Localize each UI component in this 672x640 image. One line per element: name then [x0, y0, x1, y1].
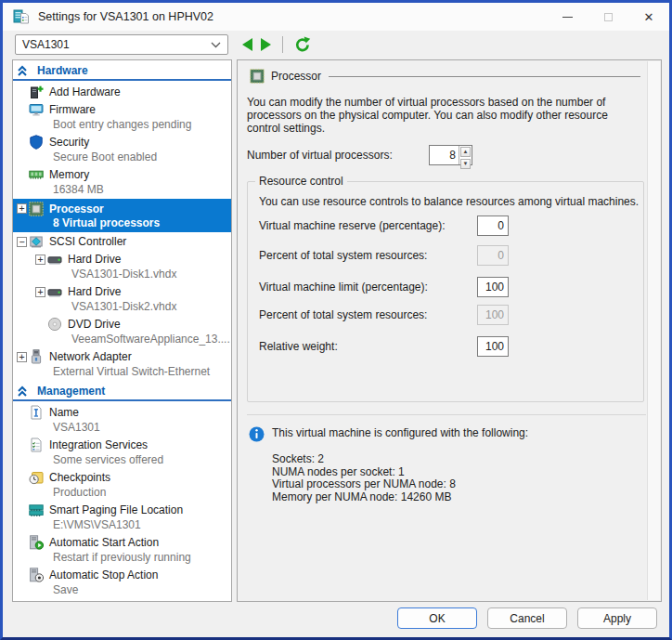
sidebar: HardwareAdd HardwareFirmwareBoot entry c…	[12, 59, 232, 602]
sidebar-item-sublabel: 8 Virtual processors	[17, 216, 231, 229]
sidebar-item-vm-name[interactable]: Name	[13, 404, 231, 421]
sidebar-item-sublabel: 16384 MB	[13, 183, 231, 196]
sidebar-item-label: DVD Drive	[68, 318, 121, 331]
maximize-button[interactable]	[588, 3, 628, 31]
vm-reserve-input[interactable]	[477, 216, 509, 236]
expand-toggle[interactable]: +	[17, 352, 27, 362]
title-bar: Settings for VSA1301 on HPHV02 ✕	[3, 3, 669, 31]
sidebar-item-checkpoints[interactable]: Checkpoints	[13, 469, 231, 486]
sidebar-item-hard-drive-2[interactable]: +Hard Drive	[13, 283, 231, 300]
auto-start-icon	[29, 535, 44, 550]
name-icon	[29, 405, 44, 420]
close-icon: ✕	[644, 10, 654, 24]
toolbar: VSA1301	[3, 31, 669, 59]
relative-weight-input[interactable]	[477, 336, 509, 357]
sidebar-item-label: Memory	[49, 168, 89, 181]
integration-icon	[29, 438, 44, 452]
chevron-down-icon	[211, 42, 221, 48]
processor-icon	[29, 202, 44, 216]
firmware-icon	[29, 102, 44, 117]
spin-up-button[interactable]: ▲	[460, 147, 471, 157]
resource-control-group: Resource control You can use resource co…	[247, 181, 644, 402]
section-separator	[247, 414, 646, 415]
processor-page: Processor You can modify the number of v…	[238, 60, 646, 601]
reserve-percent-row: Percent of total system resources:	[259, 245, 643, 266]
numa-info-line: Memory per NUMA node: 14260 MB	[272, 491, 528, 504]
section-header-hardware[interactable]: Hardware	[13, 60, 231, 81]
sidebar-item-sublabel: Restart if previously running	[13, 551, 231, 564]
sidebar-item-dvd-drive[interactable]: DVD Drive	[13, 316, 231, 333]
expand-toggle[interactable]: +	[35, 255, 45, 265]
sidebar-item-hard-drive-1[interactable]: +Hard Drive	[13, 251, 231, 268]
sidebar-item-auto-stop[interactable]: Automatic Stop Action	[13, 567, 231, 583]
vp-count-spinner[interactable]: 8 ▲ ▼	[429, 145, 472, 165]
sidebar-item-scsi-controller[interactable]: −SCSI Controller	[13, 233, 231, 250]
collapse-toggle[interactable]: −	[17, 237, 27, 247]
page-title: Processor	[271, 70, 321, 83]
sidebar-item-label: Firmware	[49, 103, 96, 116]
cancel-button[interactable]: Cancel	[487, 607, 567, 629]
hyperv-settings-icon	[13, 8, 30, 25]
vp-count-label: Number of virtual processors:	[247, 149, 429, 162]
vm-limit-input[interactable]	[477, 277, 509, 297]
hard-drive-icon	[47, 284, 62, 299]
sidebar-item-sublabel: Save	[13, 583, 231, 596]
sidebar-item-network-adapter[interactable]: +Network Adapter	[13, 348, 231, 365]
sidebar-item-label: Network Adapter	[49, 350, 132, 363]
sidebar-item-auto-start[interactable]: Automatic Start Action	[13, 534, 231, 551]
refresh-button[interactable]	[294, 36, 311, 53]
navigate-forward-button[interactable]	[261, 38, 271, 51]
minimize-button[interactable]	[547, 3, 588, 31]
toolbar-separator	[282, 36, 283, 53]
vm-reserve-row: Virtual machine reserve (percentage):	[259, 216, 643, 236]
ok-button[interactable]: OK	[397, 607, 477, 629]
limit-percent-input	[477, 305, 509, 325]
vm-selector-value: VSA1301	[22, 38, 211, 51]
processor-icon	[250, 69, 265, 84]
sidebar-item-label: Security	[49, 136, 89, 149]
sidebar-item-label: SCSI Controller	[49, 235, 126, 248]
numa-info-line: Sockets: 2	[272, 453, 528, 466]
vertical-scrollbar[interactable]	[647, 61, 660, 600]
sidebar-item-sublabel: External Virtual Switch-Ethernet	[13, 365, 231, 378]
smart-paging-icon	[29, 503, 44, 517]
maximize-icon	[604, 13, 613, 21]
limit-percent-label: Percent of total system resources:	[259, 308, 477, 321]
navigate-back-button[interactable]	[242, 38, 252, 51]
close-button[interactable]: ✕	[628, 3, 669, 31]
sidebar-item-memory[interactable]: Memory	[13, 166, 231, 183]
page-description: You can modify the number of virtual pro…	[247, 96, 642, 135]
sidebar-item-label: Automatic Stop Action	[49, 568, 158, 581]
vm-limit-row: Virtual machine limit (percentage):	[259, 277, 643, 297]
network-icon	[29, 349, 44, 364]
vm-selector-dropdown[interactable]: VSA1301	[15, 34, 228, 55]
hard-drive-icon	[47, 252, 62, 267]
apply-button[interactable]: Apply	[577, 607, 657, 629]
numa-info-line: NUMA nodes per socket: 1	[272, 466, 528, 479]
sidebar-item-processor[interactable]: +Processor	[17, 201, 231, 216]
spin-down-button[interactable]: ▼	[460, 159, 471, 169]
sidebar-item-firmware[interactable]: Firmware	[13, 101, 231, 118]
vm-limit-label: Virtual machine limit (percentage):	[259, 281, 477, 294]
page-header: Processor	[247, 69, 642, 84]
sidebar-item-label: Integration Services	[49, 438, 148, 451]
sidebar-item-sublabel: Boot entry changes pending	[13, 118, 231, 131]
sidebar-item-sublabel: VSA1301-Disk1.vhdx	[13, 268, 231, 281]
expand-toggle[interactable]: +	[35, 287, 45, 297]
sidebar-item-add-hardware[interactable]: Add Hardware	[13, 84, 231, 100]
expand-toggle[interactable]: +	[17, 203, 27, 214]
sidebar-item-label: Add Hardware	[49, 85, 121, 98]
footer-buttons: OK Cancel Apply	[397, 607, 657, 629]
sidebar-item-security[interactable]: Security	[13, 134, 231, 150]
section-title: Management	[37, 385, 105, 398]
header-rule	[329, 76, 640, 77]
section-header-management[interactable]: Management	[13, 381, 231, 401]
sidebar-item-sublabel: Production	[13, 486, 231, 499]
sidebar-item-sublabel: E:\VMS\VSA1301	[13, 518, 231, 531]
sidebar-item-sublabel: Some services offered	[13, 453, 231, 466]
sidebar-item-integration-services[interactable]: Integration Services	[13, 437, 231, 453]
dvd-icon	[47, 317, 62, 332]
sidebar-item-smart-paging[interactable]: Smart Paging File Location	[13, 502, 231, 518]
numa-info: This virtual machine is configured with …	[247, 426, 642, 503]
sidebar-item-processor-selected[interactable]: +Processor8 Virtual processors	[13, 199, 231, 232]
